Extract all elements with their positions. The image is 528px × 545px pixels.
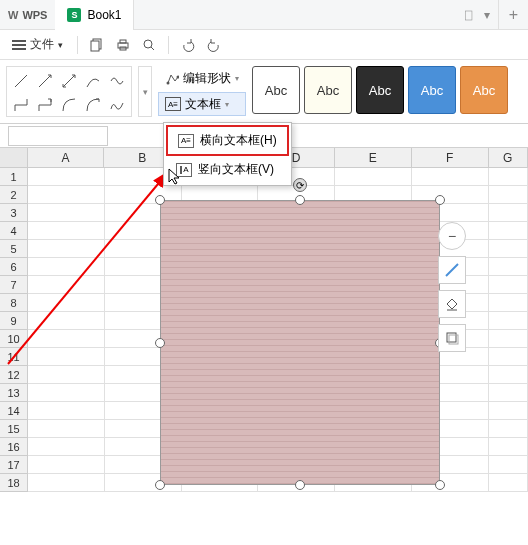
horizontal-textbox-item[interactable]: A≡ 横向文本框(H)	[166, 125, 289, 156]
resize-handle-br[interactable]	[435, 480, 445, 490]
cell[interactable]	[489, 348, 528, 366]
cell[interactable]	[489, 456, 528, 474]
cell[interactable]	[28, 258, 105, 276]
cell[interactable]	[335, 168, 412, 186]
resize-handle-tl[interactable]	[155, 195, 165, 205]
preview-button[interactable]	[138, 34, 160, 56]
resize-handle-tm[interactable]	[295, 195, 305, 205]
column-header[interactable]: F	[412, 148, 489, 168]
outline-tool[interactable]	[438, 256, 466, 284]
row-header[interactable]: 11	[0, 348, 28, 366]
row-header[interactable]: 5	[0, 240, 28, 258]
copy-button[interactable]	[86, 34, 108, 56]
row-header[interactable]: 14	[0, 402, 28, 420]
cell[interactable]	[28, 366, 105, 384]
cell[interactable]	[489, 366, 528, 384]
cell[interactable]	[489, 384, 528, 402]
row-header[interactable]: 2	[0, 186, 28, 204]
style-preset-5[interactable]: Abc	[460, 66, 508, 114]
elbow-connector-shape[interactable]	[10, 94, 32, 116]
cell[interactable]	[28, 186, 105, 204]
minimize-tab-icon[interactable]: ⎕	[465, 8, 472, 22]
row-header[interactable]: 17	[0, 456, 28, 474]
column-header[interactable]: A	[28, 148, 105, 168]
cell[interactable]	[489, 240, 528, 258]
textbox-button[interactable]: A≡ 文本框 ▾	[158, 92, 246, 116]
file-menu-button[interactable]: 文件 ▾	[6, 32, 69, 57]
shape-gallery[interactable]	[6, 66, 132, 117]
cell[interactable]	[28, 276, 105, 294]
selected-shape[interactable]: ⟳	[160, 200, 440, 485]
cell[interactable]	[489, 474, 528, 492]
cell[interactable]	[489, 294, 528, 312]
collapse-tool[interactable]: −	[438, 222, 466, 250]
shape-gallery-expand[interactable]: ▾	[138, 66, 152, 117]
column-header[interactable]: E	[335, 148, 412, 168]
curve-shape[interactable]	[82, 70, 104, 92]
row-header[interactable]: 1	[0, 168, 28, 186]
style-preset-4[interactable]: Abc	[408, 66, 456, 114]
cell[interactable]	[489, 258, 528, 276]
row-header[interactable]: 9	[0, 312, 28, 330]
style-preset-1[interactable]: Abc	[252, 66, 300, 114]
cell[interactable]	[28, 402, 105, 420]
scribble-shape[interactable]	[106, 94, 128, 116]
row-header[interactable]: 7	[0, 276, 28, 294]
cell[interactable]	[28, 420, 105, 438]
freeform-shape[interactable]	[106, 70, 128, 92]
cell[interactable]	[28, 240, 105, 258]
row-header[interactable]: 8	[0, 294, 28, 312]
cell[interactable]	[489, 168, 528, 186]
shadow-tool[interactable]	[438, 324, 466, 352]
cell[interactable]	[28, 222, 105, 240]
row-header[interactable]: 10	[0, 330, 28, 348]
cell[interactable]	[489, 438, 528, 456]
select-all-corner[interactable]	[0, 148, 28, 168]
resize-handle-tr[interactable]	[435, 195, 445, 205]
print-button[interactable]	[112, 34, 134, 56]
column-header[interactable]: G	[489, 148, 528, 168]
line-shape[interactable]	[10, 70, 32, 92]
undo-button[interactable]	[177, 34, 199, 56]
row-header[interactable]: 12	[0, 366, 28, 384]
cell[interactable]	[28, 438, 105, 456]
curved-arrow-shape[interactable]	[82, 94, 104, 116]
new-tab-button[interactable]: +	[498, 0, 528, 30]
arrow-shape[interactable]	[34, 70, 56, 92]
cell[interactable]	[28, 330, 105, 348]
cell[interactable]	[489, 186, 528, 204]
document-tab[interactable]: S Book1	[55, 0, 134, 30]
name-box[interactable]	[8, 126, 108, 146]
row-header[interactable]: 4	[0, 222, 28, 240]
cell[interactable]	[489, 402, 528, 420]
cell[interactable]	[412, 168, 489, 186]
list-tabs-icon[interactable]: ▾	[484, 8, 490, 22]
cell[interactable]	[28, 204, 105, 222]
row-header[interactable]: 16	[0, 438, 28, 456]
cell[interactable]	[489, 222, 528, 240]
cell[interactable]	[489, 312, 528, 330]
cell[interactable]	[28, 384, 105, 402]
cell[interactable]	[28, 348, 105, 366]
elbow-arrow-shape[interactable]	[34, 94, 56, 116]
rotate-handle[interactable]: ⟳	[293, 178, 307, 192]
resize-handle-ml[interactable]	[155, 338, 165, 348]
row-header[interactable]: 18	[0, 474, 28, 492]
edit-shape-button[interactable]: 编辑形状 ▾	[158, 66, 246, 90]
resize-handle-bl[interactable]	[155, 480, 165, 490]
row-header[interactable]: 15	[0, 420, 28, 438]
cell[interactable]	[28, 456, 105, 474]
cell[interactable]	[28, 294, 105, 312]
redo-button[interactable]	[203, 34, 225, 56]
resize-handle-bm[interactable]	[295, 480, 305, 490]
style-preset-3[interactable]: Abc	[356, 66, 404, 114]
cell[interactable]	[489, 276, 528, 294]
row-header[interactable]: 3	[0, 204, 28, 222]
shape-rectangle[interactable]	[160, 200, 440, 485]
curved-connector-shape[interactable]	[58, 94, 80, 116]
fill-tool[interactable]	[438, 290, 466, 318]
cell[interactable]	[28, 474, 105, 492]
cell[interactable]	[489, 420, 528, 438]
cell[interactable]	[28, 168, 105, 186]
style-preset-2[interactable]: Abc	[304, 66, 352, 114]
